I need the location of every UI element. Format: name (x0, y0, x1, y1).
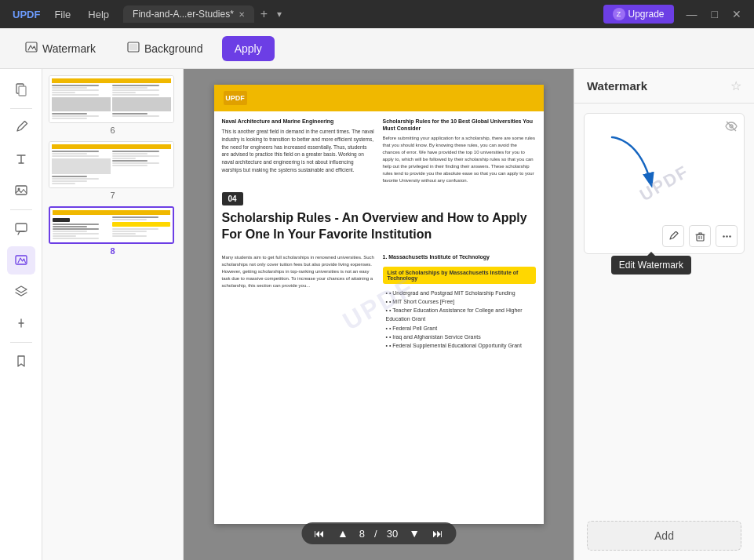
favorite-button[interactable] (730, 78, 741, 93)
background-icon (127, 41, 140, 56)
current-page: 8 (356, 528, 368, 540)
sidebar-divider-3 (10, 342, 32, 343)
pdf-left-col: Naval Architecture and Marine Engineerin… (222, 118, 375, 184)
apply-button[interactable]: Apply (222, 36, 275, 61)
window-controls: — □ ✕ (680, 8, 748, 20)
background-label: Background (144, 42, 203, 55)
uni-title: 1. Massachusetts Institute of Technology (383, 254, 536, 260)
thumbnail-panel: 6 (42, 69, 184, 560)
scholarship-item-1: • MIT Short Courses [Free] (383, 297, 536, 306)
sidebar-watermark-icon[interactable] (7, 246, 35, 275)
thumbnail-page-7[interactable]: 7 (49, 141, 177, 200)
scholarship-item-5: • Federal Supplemental Educational Oppor… (383, 341, 536, 350)
watermark-tool-button[interactable]: Watermark (13, 35, 108, 62)
right-panel: Watermark UPDF (574, 69, 754, 560)
watermark-preview-area: UPDF Edit Watermark (574, 104, 754, 511)
close-button[interactable]: ✕ (726, 8, 748, 20)
right-panel-header: Watermark (574, 69, 754, 104)
file-menu[interactable]: File (46, 5, 78, 24)
svg-point-16 (726, 235, 727, 237)
minimize-button[interactable]: — (680, 8, 704, 20)
thumbnail-label-6: 6 (49, 125, 177, 135)
tab-bar: Find-and-A...er-Studies* ✕ + ▾ (123, 5, 603, 23)
title-bar: UPDF File Help Find-and-A...er-Studies* … (0, 0, 754, 28)
svg-rect-7 (16, 224, 27, 231)
new-tab-button[interactable]: + (254, 7, 274, 21)
sidebar-text-icon[interactable] (7, 145, 35, 173)
pdf-page-header: UPDF (214, 85, 544, 111)
thumbnail-label-8: 8 (49, 246, 177, 256)
sidebar-comment-icon[interactable] (7, 215, 35, 243)
uni-badge: List of Scholarships by Massachusetts In… (383, 267, 536, 284)
page-separator: / (371, 528, 381, 540)
svg-rect-12 (697, 235, 704, 241)
help-menu[interactable]: Help (80, 5, 117, 24)
pdf-viewer: UPDF UPDF Naval Architecture and Marine … (184, 69, 574, 560)
section2-intro: Before submitting your application for a… (383, 135, 536, 184)
total-pages: 30 (384, 528, 401, 540)
upgrade-avatar: Z (613, 8, 625, 20)
edit-watermark-tooltip: Edit Watermark (611, 256, 691, 275)
scholarship-item-3: • Federal Pell Grant (383, 324, 536, 333)
tab-close-button[interactable]: ✕ (239, 10, 245, 19)
pdf-logo: UPDF (224, 91, 247, 105)
prev-page-button[interactable]: ▲ (333, 525, 353, 541)
svg-point-15 (723, 235, 724, 237)
scholarship-item-2: • Teacher Education Assistance for Colle… (383, 306, 536, 323)
section1-title: Naval Architecture and Marine Engineerin… (222, 118, 375, 125)
sidebar-link-icon[interactable] (7, 309, 35, 337)
app-logo: UPDF (6, 9, 46, 20)
thumbnail-page-8[interactable]: 8 (49, 206, 177, 256)
sidebar-layers-icon[interactable] (7, 278, 35, 306)
sidebar-image-icon[interactable] (7, 176, 35, 205)
watermark-icon (25, 41, 38, 56)
thumbnail-label-7: 7 (49, 191, 177, 200)
chapter-section: 04 Scholarship Rules - An Overview and H… (214, 191, 544, 254)
chapter-title: Scholarship Rules - An Overview and How … (222, 210, 536, 243)
watermark-action-buttons: Edit Watermark (662, 225, 738, 247)
page-navigation: ⏮ ▲ 8 / 30 ▼ ⏭ (301, 522, 456, 544)
last-page-button[interactable]: ⏭ (428, 525, 448, 541)
toolbar: Watermark Background Apply (0, 28, 754, 69)
left-sidebar (0, 69, 42, 560)
right-panel-title: Watermark (587, 79, 647, 93)
watermark-label: Watermark (42, 42, 96, 55)
maximize-button[interactable]: □ (705, 8, 724, 20)
first-page-button[interactable]: ⏮ (309, 525, 330, 541)
pdf-body-text-col: Many students aim to get full scholarshi… (222, 254, 375, 350)
chapter-number: 04 (222, 192, 243, 205)
scholarship-item-4: • Iraq and Afghanistan Service Grants (383, 333, 536, 341)
background-tool-button[interactable]: Background (115, 35, 216, 62)
thumbnail-image-6 (49, 75, 174, 123)
watermark-preview-box: UPDF Edit Watermark (584, 113, 745, 254)
thumbnail-image-8 (49, 206, 174, 244)
upgrade-button[interactable]: Z Upgrade (603, 5, 674, 24)
scholarship-list: • Undergrad and Postgrad MIT Scholarship… (383, 289, 536, 350)
section1-text: This is another great field in demand in… (222, 128, 375, 174)
sidebar-edit-icon[interactable] (7, 114, 35, 142)
thumbnail-image-7 (49, 141, 174, 188)
apply-label: Apply (235, 42, 262, 55)
hide-watermark-button[interactable] (725, 120, 738, 135)
upgrade-label: Upgrade (628, 9, 665, 20)
tab-dropdown-button[interactable]: ▾ (277, 9, 282, 20)
delete-watermark-button[interactable] (689, 225, 711, 247)
section2-title: Scholarship Rules for the 10 Best Global… (383, 118, 536, 132)
sidebar-pages-icon[interactable] (7, 75, 35, 104)
scholarship-item-0: • Undergrad and Postgrad MIT Scholarship… (383, 289, 536, 297)
more-watermark-button[interactable] (716, 225, 738, 247)
thumbnail-page-6[interactable]: 6 (49, 75, 177, 135)
active-tab[interactable]: Find-and-A...er-Studies* ✕ (123, 5, 254, 23)
sidebar-divider-2 (10, 209, 32, 210)
next-page-button[interactable]: ▼ (404, 525, 424, 541)
sidebar-divider-1 (10, 108, 32, 109)
svg-rect-2 (129, 44, 137, 50)
edit-watermark-button[interactable]: Edit Watermark (662, 225, 684, 247)
add-watermark-button[interactable]: Add (587, 521, 741, 551)
sidebar-bookmark-icon[interactable] (7, 347, 35, 376)
pdf-content-area: Naval Architecture and Marine Engineerin… (214, 111, 544, 191)
svg-point-17 (729, 235, 730, 237)
menu-bar: File Help (46, 5, 117, 24)
pdf-right-col: Scholarship Rules for the 10 Best Global… (383, 118, 536, 184)
title-bar-right: Z Upgrade — □ ✕ (603, 5, 749, 24)
